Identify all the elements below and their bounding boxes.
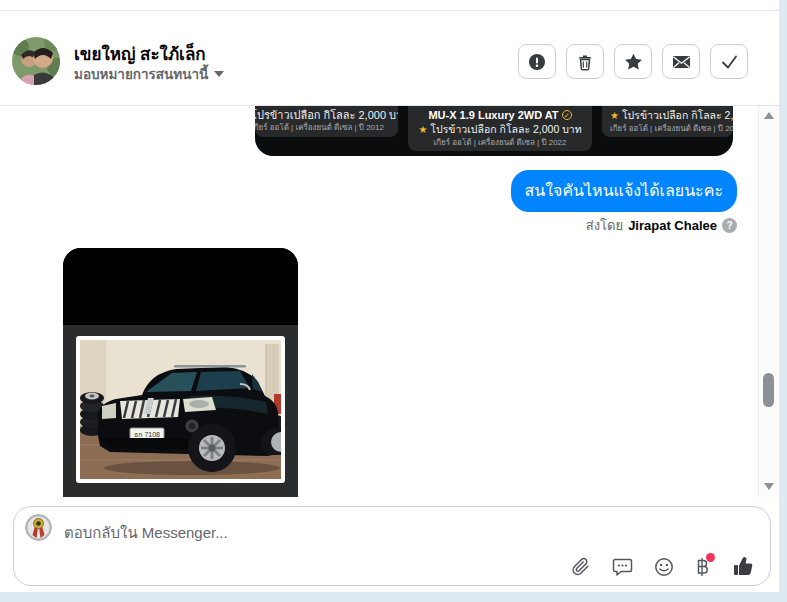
- envelope-icon: [672, 54, 691, 70]
- chat-scrollbar[interactable]: [758, 106, 779, 497]
- assign-conversation-label: มอบหมายการสนทนานี้: [74, 63, 208, 85]
- exclamation-circle-icon: [528, 53, 546, 71]
- license-plate-text: ธก 7108: [134, 431, 160, 438]
- car-card-promo: โปรข้าวเปลือก กิโลละ 2,000 บาท: [255, 108, 394, 122]
- help-icon[interactable]: ?: [722, 218, 737, 233]
- check-icon: [720, 54, 739, 70]
- avatar-photo-icon: [12, 37, 60, 85]
- assign-conversation-dropdown[interactable]: มอบหมายการสนทนานี้: [74, 63, 224, 85]
- mark-unread-button[interactable]: [662, 44, 700, 79]
- reply-composer[interactable]: ตอบกลับใน Messenger...: [13, 506, 771, 586]
- conversation-avatar[interactable]: [12, 37, 60, 85]
- star-icon: [624, 53, 643, 71]
- messenger-inbox-window: เขยใหญ่ สะใภ้เล็ก มอบหมายการสนทนานี้: [0, 0, 787, 602]
- emoji-button[interactable]: [654, 557, 674, 577]
- message-thread: โปรข้าวเปลือก กิโลละ 2,000 บาท เกียร์ ออ…: [0, 106, 779, 497]
- delete-button[interactable]: [566, 44, 604, 79]
- header-action-bar: [518, 44, 748, 79]
- saved-replies-button[interactable]: [612, 557, 633, 577]
- page-logo-icon: [25, 514, 52, 541]
- image-letterbox: [63, 248, 298, 325]
- star-button[interactable]: [614, 44, 652, 79]
- incoming-image-message[interactable]: ธก 7108: [63, 248, 298, 497]
- car-title-text: MU-X 1.9 Luxury 2WD AT: [428, 109, 558, 121]
- composer-toolbar: [571, 556, 754, 577]
- attach-button[interactable]: [571, 557, 591, 577]
- car-card-meta: เกียร์ ออโต้ | เครื่องยนต์ ดีเซล | ปี 20: [610, 123, 733, 135]
- scrollbar-thumb[interactable]: [763, 373, 774, 407]
- scroll-up-arrow-icon[interactable]: [764, 112, 774, 119]
- scroll-down-arrow-icon[interactable]: [764, 483, 774, 490]
- notification-dot: [706, 553, 715, 562]
- top-divider: [0, 10, 779, 11]
- page-avatar: [25, 514, 52, 541]
- trash-icon: [576, 53, 594, 71]
- car-card[interactable]: MU-X 1.9 Luxury 2WD AT✓ ★โปรข้าวเปลือก ก…: [408, 106, 592, 151]
- car-card[interactable]: โปรข้าวเปลือก กิโลละ 2,000 บาท เกียร์ ออ…: [255, 106, 398, 137]
- star-icon: ★: [418, 124, 427, 135]
- promo-text: โปรข้าวเปลือก กิโลละ 2,000: [622, 109, 733, 121]
- car-photo-frame: ธก 7108: [76, 336, 285, 483]
- mark-done-button[interactable]: [710, 44, 748, 79]
- car-listing-carousel: โปรข้าวเปลือก กิโลละ 2,000 บาท เกียร์ ออ…: [255, 106, 733, 156]
- conversation-panel: เขยใหญ่ สะใภ้เล็ก มอบหมายการสนทนานี้: [0, 0, 779, 592]
- car-card-meta: เกียร์ ออโต้ | เครื่องยนต์ ดีเซล | ปี 20…: [255, 122, 394, 134]
- car-card[interactable]: ★โปรข้าวเปลือก กิโลละ 2,000 เกียร์ ออโต้…: [602, 106, 733, 137]
- verified-check-icon: ✓: [562, 110, 572, 120]
- like-button[interactable]: [732, 556, 754, 577]
- reply-input[interactable]: ตอบกลับใน Messenger...: [64, 521, 228, 545]
- car-card-meta: เกียร์ ออโต้ | เครื่องยนต์ ดีเซล | ปี 20…: [408, 137, 592, 149]
- sender-name: Jirapat Chalee: [628, 218, 717, 233]
- report-button[interactable]: [518, 44, 556, 79]
- car-card-promo: ★โปรข้าวเปลือก กิโลละ 2,000 บาท: [408, 122, 592, 137]
- star-icon: ★: [610, 110, 619, 121]
- thumbs-up-icon: [732, 556, 754, 577]
- car-card-promo: ★โปรข้าวเปลือก กิโลละ 2,000: [610, 108, 733, 123]
- sent-by-row: ส่งโดย Jirapat Chalee ?: [586, 215, 737, 236]
- sent-by-label: ส่งโดย: [586, 215, 623, 236]
- black-suv-photo: ธก 7108: [80, 340, 281, 479]
- chat-bubble-icon: [612, 557, 633, 577]
- car-card-title: MU-X 1.9 Luxury 2WD AT✓: [408, 108, 592, 122]
- promo-text: โปรข้าวเปลือก กิโลละ 2,000 บาท: [430, 123, 581, 135]
- outgoing-message-bubble[interactable]: สนใจคันไหนแจ้งได้เลยนะคะ: [511, 170, 737, 212]
- payment-button[interactable]: [695, 557, 711, 577]
- smiley-icon: [654, 557, 674, 577]
- paperclip-icon: [571, 557, 591, 577]
- chevron-down-icon: [214, 71, 224, 77]
